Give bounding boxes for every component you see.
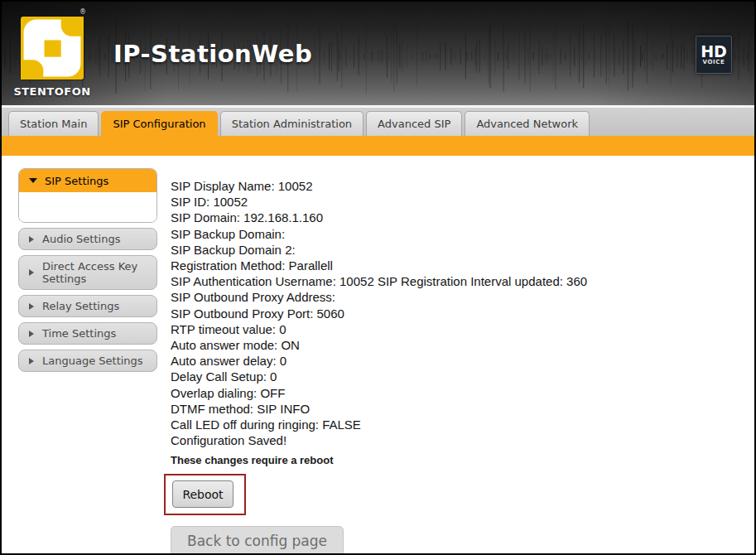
sidebar-item-sip-settings[interactable]: SIP Settings <box>18 168 157 223</box>
stentofon-s-icon <box>21 17 84 80</box>
reboot-button[interactable]: Reboot <box>172 480 234 508</box>
config-line: Auto answer mode: ON <box>171 337 742 353</box>
registered-trademark-icon: ® <box>13 8 91 17</box>
sidebar-item-label: Direct Access Key Settings <box>42 260 150 285</box>
config-line: Call LED off during ringing: FALSE <box>171 417 742 432</box>
config-line: SIP Display Name: 10052 <box>171 178 742 194</box>
logo-brand-text: STENTOFON <box>13 85 91 98</box>
config-line: SIP Outbound Proxy Port: 5060 <box>171 306 742 321</box>
sidebar-item-label: Language Settings <box>42 355 143 367</box>
back-to-config-button[interactable]: Back to config page <box>171 526 344 555</box>
config-line: Configuration Saved! <box>171 432 742 448</box>
sidebar: SIP Settings Audio Settings Direct Acces… <box>18 168 157 377</box>
sidebar-item-label: Relay Settings <box>42 300 119 312</box>
config-line: Overlap dialing: OFF <box>171 385 742 401</box>
triangle-right-icon <box>29 303 34 310</box>
hd-badge-line2: VOICE <box>703 59 725 65</box>
config-line: RTP timeout value: 0 <box>171 321 742 337</box>
hd-badge-line1: HD <box>701 44 727 59</box>
page-title: IP-StationWeb <box>113 40 312 68</box>
config-line: SIP Backup Domain: <box>171 226 742 242</box>
reboot-notice: These changes require a reboot <box>171 454 742 466</box>
sidebar-item-time-settings[interactable]: Time Settings <box>18 322 157 345</box>
sidebar-item-label: SIP Settings <box>45 175 108 187</box>
tab-advanced-network[interactable]: Advanced Network <box>465 111 590 136</box>
config-line: Registration Method: Parallell <box>171 258 742 273</box>
sidebar-sip-settings-panel <box>19 192 156 222</box>
sidebar-item-language-settings[interactable]: Language Settings <box>18 350 157 372</box>
config-line: DTMF method: SIP INFO <box>171 401 742 417</box>
header: ® STENTOFON IP-StationWeb HD VOICE <box>2 2 754 105</box>
triangle-right-icon <box>29 331 34 337</box>
accent-band <box>2 136 754 156</box>
config-line: SIP Backup Domain 2: <box>171 242 742 258</box>
ip-stationweb-page: ® STENTOFON IP-StationWeb HD VOICE Stati… <box>0 0 756 555</box>
config-line: SIP ID: 10052 <box>171 194 742 210</box>
sidebar-item-label: Time Settings <box>42 327 116 340</box>
sip-configuration-readout: SIP Display Name: 10052 SIP ID: 10052 SI… <box>171 178 742 555</box>
config-line: SIP Domain: 192.168.1.160 <box>171 210 742 225</box>
tab-advanced-sip[interactable]: Advanced SIP <box>366 111 462 136</box>
sidebar-item-sip-settings-header[interactable]: SIP Settings <box>19 169 156 192</box>
tab-station-administration[interactable]: Station Administration <box>220 111 364 136</box>
stentofon-logo: ® STENTOFON <box>13 8 91 98</box>
config-line: Auto answer delay: 0 <box>171 353 742 369</box>
config-line: SIP Authentication Username: 10052 SIP R… <box>171 273 742 289</box>
config-line: SIP Outbound Proxy Address: <box>171 289 742 305</box>
triangle-right-icon <box>29 236 34 243</box>
triangle-right-icon <box>29 269 34 276</box>
sidebar-item-direct-access-key-settings[interactable]: Direct Access Key Settings <box>18 255 157 290</box>
sidebar-item-audio-settings[interactable]: Audio Settings <box>18 228 157 250</box>
triangle-right-icon <box>29 358 34 364</box>
config-line: Delay Call Setup: 0 <box>171 369 742 384</box>
tab-sip-configuration[interactable]: SIP Configuration <box>101 111 217 136</box>
reboot-highlight-annotation: Reboot <box>164 474 246 515</box>
sidebar-item-label: Audio Settings <box>42 233 120 245</box>
triangle-down-icon <box>29 178 37 183</box>
hd-voice-badge: HD VOICE <box>696 36 732 74</box>
tab-station-main[interactable]: Station Main <box>8 111 99 136</box>
content-area: SIP Settings Audio Settings Direct Acces… <box>2 156 754 553</box>
sidebar-item-relay-settings[interactable]: Relay Settings <box>18 295 157 317</box>
tab-bar: Station Main SIP Configuration Station A… <box>2 108 754 136</box>
